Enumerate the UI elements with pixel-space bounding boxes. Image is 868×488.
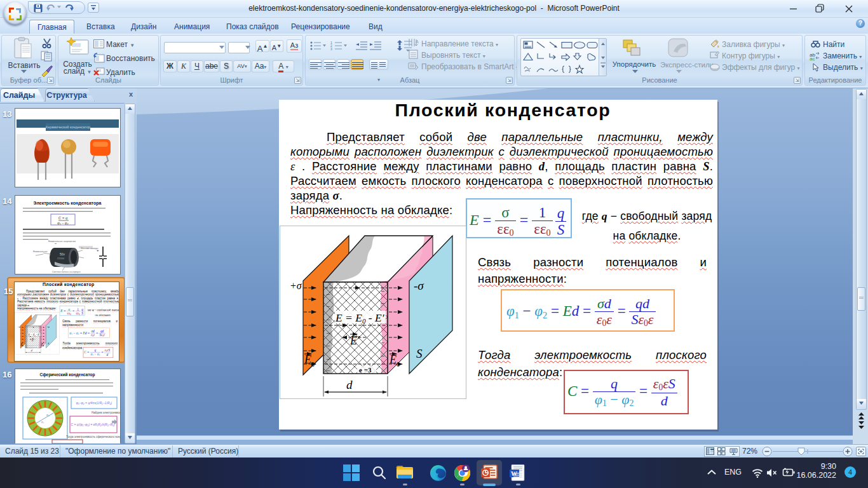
svg-text:0: 0: [43, 345, 44, 347]
svg-text:−: −: [381, 287, 384, 295]
svg-text:−: −: [326, 342, 330, 349]
svg-text:3: 3: [330, 47, 332, 51]
svg-text:50v: 50v: [60, 252, 65, 256]
svg-text:Номинальное напряжение: Номинальное напряжение: [48, 240, 76, 243]
svg-text:+: +: [97, 248, 99, 252]
svg-text:0: 0: [397, 361, 400, 368]
svg-text:E′: E′: [349, 334, 360, 347]
svg-text:−: −: [326, 355, 330, 363]
svg-text:e =3: e =3: [359, 366, 372, 374]
svg-text:E: E: [304, 353, 311, 366]
svg-text:Тогда электроемкость сферическ: Тогда электроемкость сферического конден…: [66, 435, 120, 438]
svg-text:Номинальная: Номинальная: [33, 250, 47, 253]
svg-text:−: −: [381, 352, 384, 360]
svg-text:φ₁ − φ₂: φ₁ − φ₂: [57, 221, 69, 225]
svg-text:e =3: e =3: [34, 346, 37, 348]
svg-text:φ₁−φ₂ = q/4πε(1/R₁−1/R₂): φ₁−φ₂ = q/4πε(1/R₁−1/R₂): [76, 401, 112, 405]
svg-text:Керамический конденсатор: Керамический конденсатор: [46, 125, 90, 129]
svg-text:R₂: R₂: [46, 414, 50, 417]
svg-text:R₁: R₁: [41, 421, 44, 424]
svg-text:S: S: [416, 347, 423, 360]
svg-text:E′: E′: [31, 339, 34, 342]
svg-text:d: d: [31, 349, 33, 352]
svg-text:−: −: [326, 302, 330, 310]
svg-text:ac: ac: [810, 56, 815, 60]
svg-text:−: −: [326, 367, 330, 374]
svg-text:−: −: [326, 329, 330, 337]
svg-text:E = E0 - E′: E = E0 - E′: [27, 333, 39, 337]
svg-text:+σ: +σ: [17, 326, 21, 329]
svg-text:−: −: [381, 339, 384, 346]
svg-text:-σ: -σ: [414, 279, 424, 292]
svg-text:d: d: [346, 378, 353, 391]
svg-text:C = q/(φ₁−φ₂) = εR₁R₂/k(R₂−R₁): C = q/(φ₁−φ₂) = εR₁R₂/k(R₂−R₁): [71, 423, 115, 426]
svg-text:22000: 22000: [57, 257, 65, 260]
svg-text:Жесткие выводы: Жесткие выводы: [81, 247, 98, 250]
svg-text:E = E0 - E′: E = E0 - E′: [335, 311, 385, 325]
svg-text:E: E: [389, 353, 397, 366]
svg-text:+σ: +σ: [290, 280, 302, 291]
svg-text:Электроемкость конденсатора: Электроемкость конденсатора: [34, 201, 102, 206]
svg-text:А: А: [416, 39, 419, 44]
svg-text:Светлая полоса на корпусе: Светлая полоса на корпусе: [52, 271, 81, 273]
svg-text:Сферический конденсатор: Сферический конденсатор: [40, 372, 95, 377]
svg-text:0: 0: [311, 361, 315, 368]
svg-text:C = q: C = q: [58, 216, 68, 220]
svg-text:Найдем электроемкость:: Найдем электроемкость:: [92, 410, 120, 414]
svg-text:−: −: [381, 299, 384, 307]
svg-text:−: −: [326, 316, 330, 323]
svg-text:−: −: [326, 290, 330, 298]
